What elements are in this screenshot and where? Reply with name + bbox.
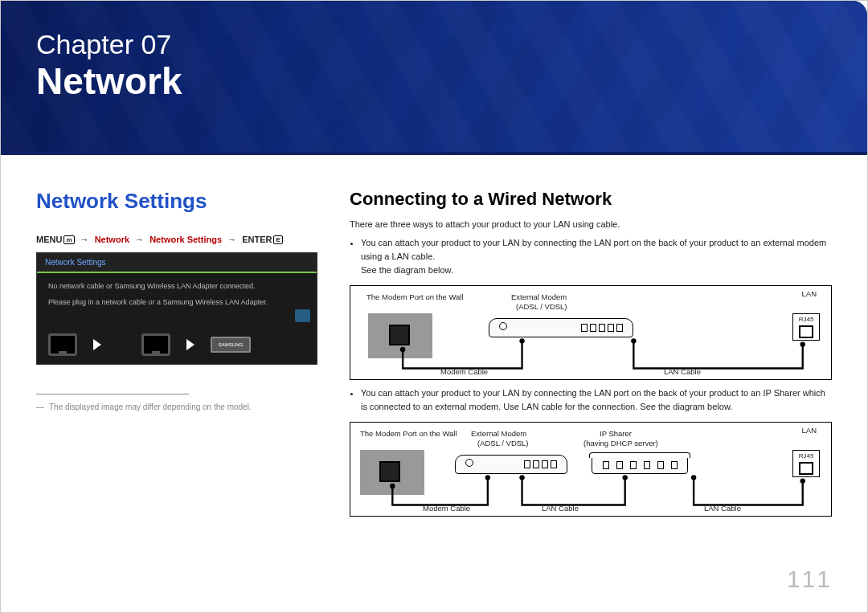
osd-button-dim bbox=[295, 309, 310, 322]
lbl-cable1: Modem Cable bbox=[440, 367, 488, 376]
svg-point-7 bbox=[622, 475, 627, 480]
bullet-item: You can attach your product to your LAN … bbox=[361, 236, 832, 277]
diagram-wired-1: The Modem Port on the Wall External Mode… bbox=[350, 285, 832, 380]
lbl-cable3: LAN Cable bbox=[704, 504, 741, 513]
manual-page: Chapter 07 Network Network Settings MENU… bbox=[0, 0, 868, 613]
chapter-number: Chapter 07 bbox=[36, 28, 832, 61]
svg-point-9 bbox=[800, 479, 805, 484]
enter-icon: E bbox=[273, 235, 282, 244]
arrow-plug-icon bbox=[93, 339, 101, 350]
chapter-title: Network bbox=[36, 61, 832, 102]
svg-point-8 bbox=[691, 475, 696, 480]
diagram-wired-2: The Modem Port on the Wall External Mode… bbox=[350, 422, 832, 517]
svg-point-1 bbox=[519, 338, 524, 343]
menu-icon: m bbox=[63, 235, 74, 244]
menu-path: MENUm → Network → Network Settings → ENT… bbox=[36, 235, 317, 244]
path-network-settings: Network Settings bbox=[149, 235, 222, 244]
arrow-icon: → bbox=[132, 235, 147, 244]
svg-point-4 bbox=[390, 484, 395, 488]
lan-port-icon bbox=[48, 333, 77, 356]
osd-line1: No network cable or Samsung Wireless LAN… bbox=[48, 281, 305, 292]
left-column: Network Settings MENUm → Network → Netwo… bbox=[36, 189, 317, 523]
svg-point-3 bbox=[800, 342, 805, 347]
bullet-list-2: You can attach your product to your LAN … bbox=[361, 386, 832, 414]
bullet-text: You can attach your product to your LAN … bbox=[361, 238, 826, 261]
svg-point-6 bbox=[519, 475, 524, 480]
svg-point-5 bbox=[485, 475, 490, 480]
bullet-item: You can attach your product to your LAN … bbox=[361, 386, 832, 414]
arrow-icon: → bbox=[224, 235, 240, 244]
path-network: Network bbox=[95, 235, 129, 244]
right-column: Connecting to a Wired Network There are … bbox=[350, 189, 832, 523]
bullet-sub: See the diagram below. bbox=[361, 265, 453, 275]
lbl-cable2: LAN Cable bbox=[664, 367, 701, 376]
osd-line2: Please plug in a network cable or a Sams… bbox=[48, 297, 305, 309]
arrow-icon: → bbox=[77, 235, 92, 244]
footnote: ―The displayed image may differ dependin… bbox=[36, 403, 317, 411]
usb-port-icon bbox=[141, 333, 170, 356]
menu-label: MENU bbox=[36, 235, 62, 244]
arrow-plug-icon bbox=[186, 339, 194, 350]
bullet-list: You can attach your product to your LAN … bbox=[361, 236, 832, 277]
lbl-cable1: Modem Cable bbox=[423, 504, 470, 513]
enter-label: ENTER bbox=[242, 235, 272, 244]
page-number: 111 bbox=[787, 566, 832, 593]
dongle-icon: SAMSUNG bbox=[211, 337, 251, 353]
dash-icon: ― bbox=[36, 403, 44, 411]
footnote-text: The displayed image may differ depending… bbox=[49, 403, 252, 411]
subsection-heading: Connecting to a Wired Network bbox=[350, 189, 832, 210]
diagram-cables bbox=[350, 286, 831, 387]
osd-ports: SAMSUNG bbox=[48, 333, 251, 356]
content-area: Network Settings MENUm → Network → Netwo… bbox=[1, 155, 867, 539]
osd-screenshot: Network Settings No network cable or Sam… bbox=[36, 252, 317, 365]
bullet-text: You can attach your product to your LAN … bbox=[361, 388, 825, 411]
svg-point-2 bbox=[631, 338, 636, 343]
svg-point-0 bbox=[400, 347, 405, 352]
osd-tab: Network Settings bbox=[37, 253, 317, 273]
intro-paragraph: There are three ways to attach your prod… bbox=[350, 218, 832, 231]
chapter-hero: Chapter 07 Network bbox=[1, 1, 867, 155]
section-title: Network Settings bbox=[36, 189, 317, 214]
lbl-cable2: LAN Cable bbox=[542, 504, 579, 513]
osd-body: No network cable or Samsung Wireless LAN… bbox=[37, 273, 317, 316]
divider bbox=[36, 394, 189, 394]
